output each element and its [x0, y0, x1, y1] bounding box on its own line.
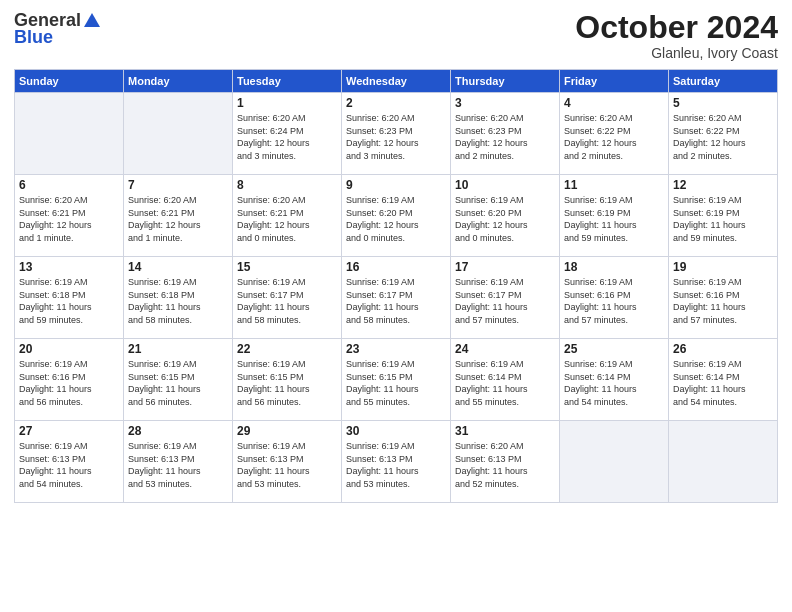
- day-header: Saturday: [669, 70, 778, 93]
- calendar-week: 6Sunrise: 6:20 AM Sunset: 6:21 PM Daylig…: [15, 175, 778, 257]
- calendar-cell: [15, 93, 124, 175]
- calendar-body: 1Sunrise: 6:20 AM Sunset: 6:24 PM Daylig…: [15, 93, 778, 503]
- day-info: Sunrise: 6:19 AM Sunset: 6:15 PM Dayligh…: [128, 358, 228, 408]
- day-number: 29: [237, 424, 337, 438]
- day-info: Sunrise: 6:20 AM Sunset: 6:21 PM Dayligh…: [128, 194, 228, 244]
- day-number: 11: [564, 178, 664, 192]
- day-number: 4: [564, 96, 664, 110]
- calendar-cell: 14Sunrise: 6:19 AM Sunset: 6:18 PM Dayli…: [124, 257, 233, 339]
- day-info: Sunrise: 6:19 AM Sunset: 6:17 PM Dayligh…: [455, 276, 555, 326]
- day-number: 21: [128, 342, 228, 356]
- day-number: 12: [673, 178, 773, 192]
- day-header: Sunday: [15, 70, 124, 93]
- day-number: 27: [19, 424, 119, 438]
- calendar-cell: 27Sunrise: 6:19 AM Sunset: 6:13 PM Dayli…: [15, 421, 124, 503]
- day-info: Sunrise: 6:20 AM Sunset: 6:24 PM Dayligh…: [237, 112, 337, 162]
- header: General Blue October 2024 Glanleu, Ivory…: [14, 10, 778, 61]
- calendar-cell: 23Sunrise: 6:19 AM Sunset: 6:15 PM Dayli…: [342, 339, 451, 421]
- day-info: Sunrise: 6:19 AM Sunset: 6:14 PM Dayligh…: [673, 358, 773, 408]
- calendar-cell: 9Sunrise: 6:19 AM Sunset: 6:20 PM Daylig…: [342, 175, 451, 257]
- day-number: 23: [346, 342, 446, 356]
- day-number: 19: [673, 260, 773, 274]
- calendar-cell: 20Sunrise: 6:19 AM Sunset: 6:16 PM Dayli…: [15, 339, 124, 421]
- calendar-week: 27Sunrise: 6:19 AM Sunset: 6:13 PM Dayli…: [15, 421, 778, 503]
- day-header: Thursday: [451, 70, 560, 93]
- calendar-week: 1Sunrise: 6:20 AM Sunset: 6:24 PM Daylig…: [15, 93, 778, 175]
- day-number: 24: [455, 342, 555, 356]
- day-info: Sunrise: 6:19 AM Sunset: 6:15 PM Dayligh…: [346, 358, 446, 408]
- calendar-cell: 28Sunrise: 6:19 AM Sunset: 6:13 PM Dayli…: [124, 421, 233, 503]
- day-info: Sunrise: 6:20 AM Sunset: 6:21 PM Dayligh…: [19, 194, 119, 244]
- title-area: October 2024 Glanleu, Ivory Coast: [575, 10, 778, 61]
- calendar-cell: 16Sunrise: 6:19 AM Sunset: 6:17 PM Dayli…: [342, 257, 451, 339]
- svg-marker-0: [84, 13, 100, 27]
- day-number: 20: [19, 342, 119, 356]
- day-number: 18: [564, 260, 664, 274]
- header-row: SundayMondayTuesdayWednesdayThursdayFrid…: [15, 70, 778, 93]
- day-number: 22: [237, 342, 337, 356]
- logo: General Blue: [14, 10, 102, 48]
- day-number: 25: [564, 342, 664, 356]
- day-info: Sunrise: 6:19 AM Sunset: 6:16 PM Dayligh…: [564, 276, 664, 326]
- day-header: Monday: [124, 70, 233, 93]
- day-number: 7: [128, 178, 228, 192]
- day-info: Sunrise: 6:19 AM Sunset: 6:19 PM Dayligh…: [673, 194, 773, 244]
- day-number: 17: [455, 260, 555, 274]
- day-info: Sunrise: 6:19 AM Sunset: 6:18 PM Dayligh…: [128, 276, 228, 326]
- day-info: Sunrise: 6:19 AM Sunset: 6:13 PM Dayligh…: [19, 440, 119, 490]
- calendar-week: 13Sunrise: 6:19 AM Sunset: 6:18 PM Dayli…: [15, 257, 778, 339]
- day-number: 3: [455, 96, 555, 110]
- day-info: Sunrise: 6:20 AM Sunset: 6:23 PM Dayligh…: [455, 112, 555, 162]
- calendar-cell: [124, 93, 233, 175]
- day-number: 2: [346, 96, 446, 110]
- day-info: Sunrise: 6:19 AM Sunset: 6:16 PM Dayligh…: [19, 358, 119, 408]
- calendar-cell: 26Sunrise: 6:19 AM Sunset: 6:14 PM Dayli…: [669, 339, 778, 421]
- calendar-cell: 12Sunrise: 6:19 AM Sunset: 6:19 PM Dayli…: [669, 175, 778, 257]
- day-number: 8: [237, 178, 337, 192]
- calendar-cell: [669, 421, 778, 503]
- day-info: Sunrise: 6:20 AM Sunset: 6:13 PM Dayligh…: [455, 440, 555, 490]
- calendar-header: SundayMondayTuesdayWednesdayThursdayFrid…: [15, 70, 778, 93]
- day-info: Sunrise: 6:19 AM Sunset: 6:16 PM Dayligh…: [673, 276, 773, 326]
- calendar-cell: [560, 421, 669, 503]
- day-info: Sunrise: 6:19 AM Sunset: 6:14 PM Dayligh…: [455, 358, 555, 408]
- day-info: Sunrise: 6:19 AM Sunset: 6:17 PM Dayligh…: [237, 276, 337, 326]
- day-number: 14: [128, 260, 228, 274]
- day-header: Friday: [560, 70, 669, 93]
- logo-icon: [82, 11, 102, 31]
- day-info: Sunrise: 6:19 AM Sunset: 6:13 PM Dayligh…: [346, 440, 446, 490]
- calendar-cell: 29Sunrise: 6:19 AM Sunset: 6:13 PM Dayli…: [233, 421, 342, 503]
- calendar-cell: 19Sunrise: 6:19 AM Sunset: 6:16 PM Dayli…: [669, 257, 778, 339]
- day-info: Sunrise: 6:19 AM Sunset: 6:13 PM Dayligh…: [237, 440, 337, 490]
- day-number: 5: [673, 96, 773, 110]
- page: General Blue October 2024 Glanleu, Ivory…: [0, 0, 792, 612]
- day-info: Sunrise: 6:19 AM Sunset: 6:14 PM Dayligh…: [564, 358, 664, 408]
- day-info: Sunrise: 6:19 AM Sunset: 6:19 PM Dayligh…: [564, 194, 664, 244]
- day-number: 31: [455, 424, 555, 438]
- calendar-week: 20Sunrise: 6:19 AM Sunset: 6:16 PM Dayli…: [15, 339, 778, 421]
- day-info: Sunrise: 6:20 AM Sunset: 6:22 PM Dayligh…: [564, 112, 664, 162]
- calendar-title: October 2024: [575, 10, 778, 45]
- day-number: 13: [19, 260, 119, 274]
- calendar-cell: 13Sunrise: 6:19 AM Sunset: 6:18 PM Dayli…: [15, 257, 124, 339]
- calendar-cell: 17Sunrise: 6:19 AM Sunset: 6:17 PM Dayli…: [451, 257, 560, 339]
- day-info: Sunrise: 6:20 AM Sunset: 6:21 PM Dayligh…: [237, 194, 337, 244]
- day-number: 15: [237, 260, 337, 274]
- day-number: 16: [346, 260, 446, 274]
- calendar-cell: 31Sunrise: 6:20 AM Sunset: 6:13 PM Dayli…: [451, 421, 560, 503]
- day-number: 10: [455, 178, 555, 192]
- day-info: Sunrise: 6:19 AM Sunset: 6:17 PM Dayligh…: [346, 276, 446, 326]
- day-info: Sunrise: 6:20 AM Sunset: 6:23 PM Dayligh…: [346, 112, 446, 162]
- calendar-cell: 7Sunrise: 6:20 AM Sunset: 6:21 PM Daylig…: [124, 175, 233, 257]
- day-number: 26: [673, 342, 773, 356]
- day-info: Sunrise: 6:19 AM Sunset: 6:15 PM Dayligh…: [237, 358, 337, 408]
- calendar-table: SundayMondayTuesdayWednesdayThursdayFrid…: [14, 69, 778, 503]
- calendar-cell: 5Sunrise: 6:20 AM Sunset: 6:22 PM Daylig…: [669, 93, 778, 175]
- calendar-cell: 2Sunrise: 6:20 AM Sunset: 6:23 PM Daylig…: [342, 93, 451, 175]
- calendar-cell: 1Sunrise: 6:20 AM Sunset: 6:24 PM Daylig…: [233, 93, 342, 175]
- calendar-cell: 6Sunrise: 6:20 AM Sunset: 6:21 PM Daylig…: [15, 175, 124, 257]
- day-info: Sunrise: 6:20 AM Sunset: 6:22 PM Dayligh…: [673, 112, 773, 162]
- calendar-cell: 30Sunrise: 6:19 AM Sunset: 6:13 PM Dayli…: [342, 421, 451, 503]
- day-number: 1: [237, 96, 337, 110]
- day-info: Sunrise: 6:19 AM Sunset: 6:20 PM Dayligh…: [455, 194, 555, 244]
